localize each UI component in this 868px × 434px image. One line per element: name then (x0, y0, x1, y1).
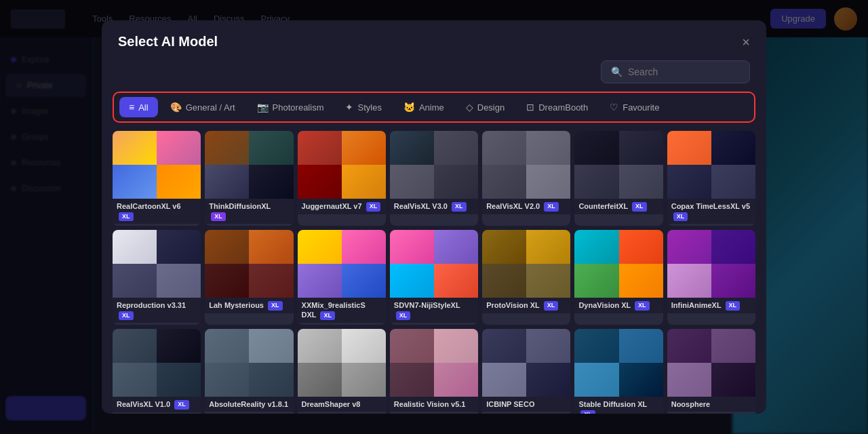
dreambooth-icon: ⊡ (526, 102, 534, 113)
tab-styles[interactable]: ✦ Styles (336, 97, 391, 117)
model-card-realvisxl-v2[interactable]: RealVisXL V2.0 XL (482, 131, 570, 226)
model-name: ProtoVision XL XL (486, 300, 566, 311)
model-card-noosphere[interactable]: Noosphere (667, 329, 755, 414)
model-badge: XL (452, 202, 467, 212)
model-name: JuggernautXL v7 XL (302, 201, 382, 212)
model-card-realisticvision[interactable]: Realistic Vision v5.1 (390, 329, 478, 414)
model-card-realvisxl-v3[interactable]: RealVisXL V3.0 XL (390, 131, 478, 226)
model-card-lah-mysterious[interactable]: Lah Mysterious XL (205, 230, 293, 325)
model-name: RealCartoonXL v6 XL (117, 201, 197, 221)
general-icon: 🎨 (170, 102, 182, 113)
favourite-icon: ♡ (610, 102, 618, 113)
model-badge: XL (174, 400, 189, 410)
model-name: Realistic Vision v5.1 (394, 399, 474, 409)
model-card-stable-diffusion[interactable]: Stable Diffusion XL XL (574, 329, 663, 414)
search-input[interactable] (628, 66, 740, 77)
model-badge: XL (119, 311, 134, 321)
model-badge: XL (396, 311, 411, 321)
model-card-infinianime[interactable]: InfiniAnimeXL XL (667, 230, 755, 325)
search-row: 🔍 (102, 60, 766, 92)
model-card-reproduction[interactable]: Reproduction v3.31 XL (113, 230, 201, 325)
model-card-protovision[interactable]: ProtoVision XL XL (482, 230, 570, 325)
tab-all-label: All (138, 102, 148, 113)
styles-icon: ✦ (345, 102, 353, 113)
model-badge: XL (268, 301, 283, 311)
tab-photorealism-label: Photorealism (273, 102, 324, 113)
modal-close-button[interactable]: × (742, 35, 750, 49)
model-badge: XL (320, 311, 335, 321)
model-name: RealVisXL V1.0 XL (117, 399, 197, 410)
filter-tabs-container: ≡ All 🎨 General / Art 📷 Photorealism ✦ S… (113, 92, 755, 123)
anime-icon: 🐱 (403, 102, 415, 113)
model-name: DynaVision XL XL (578, 300, 658, 311)
model-badge: XL (366, 202, 381, 212)
tab-favourite-label: Favourite (623, 102, 659, 113)
tab-general[interactable]: 🎨 General / Art (161, 97, 245, 117)
photorealism-icon: 📷 (257, 102, 269, 113)
tab-dreambooth-label: DreamBooth (538, 102, 588, 113)
model-name: RealVisXL V3.0 XL (394, 201, 474, 212)
search-box: 🔍 (601, 60, 750, 83)
model-name: Lah Mysterious XL (209, 300, 289, 311)
model-badge: XL (119, 212, 134, 222)
filter-tabs: ≡ All 🎨 General / Art 📷 Photorealism ✦ S… (119, 97, 749, 117)
tab-photorealism[interactable]: 📷 Photorealism (248, 97, 334, 117)
design-icon: ◇ (466, 102, 473, 113)
tab-anime[interactable]: 🐱 Anime (394, 97, 454, 117)
modal-header: Select AI Model × (102, 20, 766, 60)
model-card-dynavision[interactable]: DynaVision XL XL (574, 230, 663, 325)
model-name: ThinkDiffusionXL XL (209, 201, 289, 221)
model-name: DreamShaper v8 (302, 399, 382, 409)
model-name: XXMix_9realisticS DXL XL (302, 300, 382, 320)
tab-design-label: Design (477, 102, 505, 113)
modal-title: Select AI Model (118, 34, 218, 50)
model-badge: XL (673, 212, 688, 222)
model-grid: RealCartoonXL v6 XL ThinkDiffusionXL XL (102, 131, 766, 414)
model-card-dreamshaper[interactable]: DreamShaper v8 (298, 329, 386, 414)
model-card-realcartoonxl[interactable]: RealCartoonXL v6 XL (113, 131, 201, 226)
model-name: InfiniAnimeXL XL (671, 300, 751, 311)
model-card-realvisxl-v1[interactable]: RealVisXL V1.0 XL (113, 329, 201, 414)
model-badge: XL (544, 301, 559, 311)
tab-favourite[interactable]: ♡ Favourite (600, 97, 669, 117)
model-card-xxmix[interactable]: XXMix_9realisticS DXL XL (298, 230, 386, 325)
model-badge: XL (211, 212, 226, 222)
model-badge: XL (632, 202, 647, 212)
all-icon: ≡ (129, 102, 134, 113)
model-badge: XL (580, 410, 595, 414)
modal: Select AI Model × 🔍 ≡ All 🎨 General / Ar… (102, 20, 766, 414)
model-name: SDVN7-NijiStyleXL XL (394, 300, 474, 320)
tab-anime-label: Anime (419, 102, 444, 113)
model-card-juggernautxl[interactable]: JuggernautXL v7 XL (298, 131, 386, 226)
tab-dreambooth[interactable]: ⊡ DreamBooth (517, 97, 597, 117)
tab-design[interactable]: ◇ Design (456, 97, 514, 117)
model-name: AbsoluteReality v1.8.1 (209, 399, 289, 409)
model-badge: XL (726, 301, 741, 311)
model-card-counterfeitxl[interactable]: CounterfeitXL XL (574, 131, 663, 226)
model-name: CounterfeitXL XL (578, 201, 658, 212)
model-badge: XL (544, 202, 559, 212)
model-card-copax[interactable]: Copax TimeLessXL v5 XL (667, 131, 755, 226)
model-name: Noosphere (671, 399, 751, 409)
tab-styles-label: Styles (357, 102, 381, 113)
model-card-sdvn7[interactable]: SDVN7-NijiStyleXL XL (390, 230, 478, 325)
tab-general-label: General / Art (186, 102, 235, 113)
tab-all[interactable]: ≡ All (119, 97, 158, 117)
search-icon: 🔍 (611, 66, 623, 77)
modal-overlay: Select AI Model × 🔍 ≡ All 🎨 General / Ar… (0, 0, 868, 434)
model-name: Stable Diffusion XL XL (578, 399, 658, 414)
model-card-thinkdiffusionxl[interactable]: ThinkDiffusionXL XL (205, 131, 293, 226)
model-badge: XL (635, 301, 650, 311)
model-name: ICBINP SECO (486, 399, 566, 409)
model-card-absolutereality[interactable]: AbsoluteReality v1.8.1 (205, 329, 293, 414)
model-name: Reproduction v3.31 XL (117, 300, 197, 320)
model-name: Copax TimeLessXL v5 XL (671, 201, 751, 221)
model-name: RealVisXL V2.0 XL (486, 201, 566, 212)
model-card-icbinp[interactable]: ICBINP SECO (482, 329, 570, 414)
